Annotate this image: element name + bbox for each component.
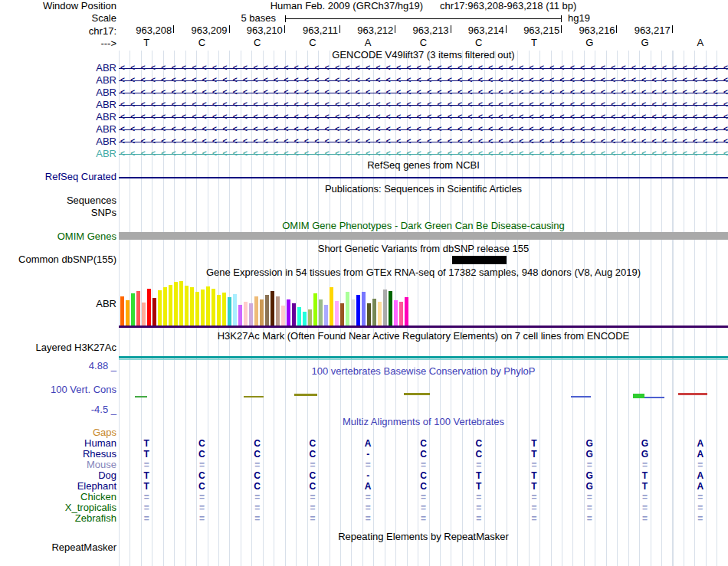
alignment-base: =	[507, 460, 562, 470]
alignment-base: C	[451, 438, 507, 449]
alignment-base: =	[230, 513, 285, 524]
alignment-base: =	[395, 502, 451, 513]
alignment-base: A	[340, 481, 395, 492]
alignment-base: =	[174, 492, 229, 502]
alignment-base: =	[507, 502, 562, 513]
alignment-base: C	[174, 481, 229, 492]
alignment-base: =	[340, 492, 395, 502]
alignment-base: =	[230, 492, 285, 502]
alignment-base: =	[119, 492, 174, 502]
alignment-base: =	[285, 513, 340, 524]
alignment-base: T	[507, 481, 562, 492]
multiz-track-title[interactable]: Multiz Alignments of 100 Vertebrates	[119, 417, 728, 427]
alignment-base: =	[507, 492, 562, 502]
alignment-base: =	[340, 513, 395, 524]
alignment-base: G	[617, 438, 672, 449]
alignment-base: T	[507, 438, 562, 449]
alignment-base: T	[119, 470, 174, 481]
species-label[interactable]: Mouse	[0, 460, 116, 470]
alignment-base: A	[673, 438, 728, 449]
alignment-base: T	[451, 481, 507, 492]
alignment-base: G	[617, 449, 672, 460]
conservation-mark[interactable]	[294, 394, 317, 396]
alignment-base: =	[285, 502, 340, 513]
alignment-base: =	[451, 502, 507, 513]
alignment-base: C	[174, 470, 229, 481]
conservation-mark[interactable]	[633, 394, 644, 398]
alignment-base: =	[119, 502, 174, 513]
alignment-base: C	[285, 449, 340, 460]
species-label[interactable]: Human	[0, 438, 116, 449]
repeatmasker-track-title[interactable]: Repeating Elements by RepeatMasker	[119, 532, 728, 541]
alignment-base: T	[617, 470, 672, 481]
alignment-cells: ===========	[119, 460, 728, 470]
alignment-base: T	[119, 438, 174, 449]
genome-browser-image: Human Feb. 2009 (GRCh37/hg19) chr17:963,…	[0, 0, 728, 566]
alignment-base: C	[230, 470, 285, 481]
conservation-mark[interactable]	[678, 393, 707, 395]
alignment-row-mouse: Mouse ===========	[0, 460, 728, 470]
alignment-cells: TCCCACTTGTA	[119, 481, 728, 492]
alignment-base: =	[617, 492, 672, 502]
alignment-base: A	[340, 438, 395, 449]
repeatmasker-label[interactable]: RepeatMasker	[0, 542, 116, 552]
alignment-row-x-tropicalis: X_tropicalis ===========	[0, 502, 728, 513]
alignment-base: C	[395, 438, 451, 449]
alignment-base: T	[507, 449, 562, 460]
conservation-mark[interactable]	[404, 393, 430, 395]
alignment-base: =	[562, 492, 617, 502]
alignment-base: =	[174, 502, 229, 513]
alignment-base: T	[119, 449, 174, 460]
alignment-base: =	[451, 513, 507, 524]
alignment-cells: TCCCACCTGGA	[119, 438, 728, 449]
alignment-base: C	[285, 481, 340, 492]
alignment-base: G	[562, 470, 617, 481]
alignment-base: =	[395, 492, 451, 502]
conservation-mark[interactable]	[571, 396, 591, 398]
alignment-base: =	[119, 460, 174, 470]
alignment-base: C	[395, 481, 451, 492]
alignment-base: =	[673, 513, 728, 524]
alignment-base: =	[617, 513, 672, 524]
alignment-row-elephant: Elephant TCCCACTTGTA	[0, 481, 728, 492]
species-label[interactable]: X_tropicalis	[0, 502, 116, 513]
species-label[interactable]: Chicken	[0, 492, 116, 502]
alignment-row-rhesus: Rhesus TCCC-CCTGGA	[0, 449, 728, 460]
alignment-base: =	[285, 492, 340, 502]
conservation-mark[interactable]	[644, 397, 664, 398]
alignment-base: C	[174, 438, 229, 449]
conservation-mark[interactable]	[135, 396, 147, 398]
alignment-cells: TCCC-CCTGGA	[119, 449, 728, 460]
alignment-base: T	[451, 470, 507, 481]
alignment-base: =	[174, 513, 229, 524]
alignment-row-dog: Dog TCCC-CTTGTA	[0, 470, 728, 481]
alignment-base: C	[174, 449, 229, 460]
alignment-base: =	[617, 502, 672, 513]
alignment-base: A	[673, 449, 728, 460]
alignment-base: A	[673, 470, 728, 481]
alignment-base: =	[451, 460, 507, 470]
alignment-row-chicken: Chicken ===========	[0, 492, 728, 502]
alignment-base: T	[617, 481, 672, 492]
alignment-base: C	[285, 470, 340, 481]
alignment-base: C	[230, 438, 285, 449]
alignment-base: =	[340, 502, 395, 513]
alignment-base: T	[507, 470, 562, 481]
alignment-base: =	[230, 502, 285, 513]
alignment-base: C	[230, 449, 285, 460]
alignment-base: =	[285, 460, 340, 470]
alignment-base: =	[395, 460, 451, 470]
alignment-cells: ===========	[119, 502, 728, 513]
alignment-base: =	[174, 460, 229, 470]
alignment-row-human: Human TCCCACCTGGA	[0, 438, 728, 449]
species-label[interactable]: Rhesus	[0, 449, 116, 460]
species-label[interactable]: Elephant	[0, 481, 116, 492]
alignment-row-zebrafish: Zebrafish ===========	[0, 513, 728, 524]
gaps-label[interactable]: Gaps	[0, 427, 116, 437]
species-label[interactable]: Dog	[0, 470, 116, 481]
alignment-cells: ===========	[119, 513, 728, 524]
alignment-base: =	[673, 492, 728, 502]
species-label[interactable]: Zebrafish	[0, 513, 116, 524]
conservation-mark[interactable]	[244, 396, 264, 398]
alignment-base: C	[285, 438, 340, 449]
